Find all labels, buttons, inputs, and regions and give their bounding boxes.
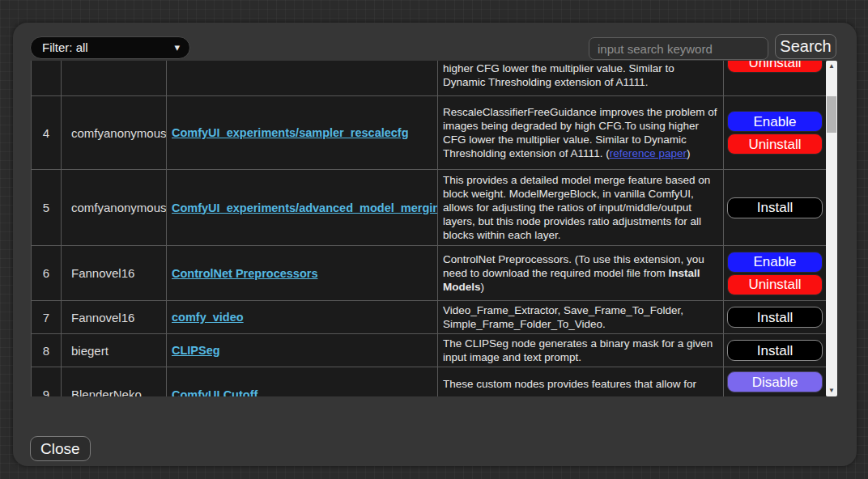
description-cell: The CLIPSeg node generates a binary mask…	[438, 334, 724, 367]
install-button[interactable]: Install	[727, 307, 823, 328]
title-cell: ControlNet Preprocessors	[167, 246, 438, 301]
row-number-cell: 6	[32, 246, 62, 301]
extension-link[interactable]: ComfyUI Cutoff	[172, 388, 257, 397]
enable-button[interactable]: Enable	[727, 111, 823, 132]
table-row: 7 Fannovel16 comfy_video Video_Frame_Ext…	[32, 301, 827, 334]
actions-cell: Enable Uninstall	[724, 246, 827, 301]
title-cell: ComfyUI Cutoff	[167, 367, 438, 397]
row-number-cell: 7	[32, 301, 62, 334]
extension-table-viewport: higher CFG lower the multiplier value. S…	[31, 61, 826, 396]
filter-dropdown-value: Filter: all	[42, 40, 88, 54]
author-cell	[62, 61, 167, 96]
description-text: These custom nodes provides features tha…	[443, 378, 696, 390]
reference-paper-link[interactable]: reference paper	[610, 147, 687, 159]
actions-cell: Enable Uninstall	[724, 96, 827, 170]
extension-link[interactable]: ControlNet Preprocessors	[172, 267, 318, 280]
extension-link[interactable]: CLIPSeg	[172, 344, 220, 357]
filter-dropdown[interactable]: Filter: all ▾	[30, 36, 190, 59]
uninstall-button[interactable]: Uninstall	[727, 134, 823, 155]
scrollbar-thumb[interactable]	[827, 96, 836, 133]
extension-manager-dialog: Filter: all ▾ Search higher CFG lower th…	[13, 23, 857, 466]
extension-link[interactable]: ComfyUI_experiments/sampler_rescalecfg	[172, 126, 409, 139]
enable-button[interactable]: Enable	[727, 252, 823, 273]
search-button[interactable]: Search	[775, 34, 836, 59]
extension-table: higher CFG lower the multiplier value. S…	[31, 61, 826, 396]
paren-close: )	[687, 147, 691, 159]
table-row: 6 Fannovel16 ControlNet Preprocessors Co…	[32, 246, 827, 301]
install-button[interactable]: Install	[727, 340, 823, 361]
description-cell: These custom nodes provides features tha…	[438, 367, 724, 397]
actions-cell: Install	[724, 301, 827, 334]
author-cell: Fannovel16	[62, 246, 167, 301]
scroll-up-icon[interactable]: ▲	[826, 61, 837, 72]
actions-cell: Install	[724, 170, 827, 246]
actions-cell: Disable	[724, 367, 827, 397]
description-text: The CLIPSeg node generates a binary mask…	[443, 337, 713, 363]
row-number-cell: 8	[32, 334, 62, 367]
row-number-cell: 5	[32, 170, 62, 246]
description-cell: RescaleClassifierFreeGuidance improves t…	[438, 96, 724, 170]
row-number-cell: 4	[32, 96, 62, 170]
author-cell: BlenderNeko	[62, 367, 167, 397]
uninstall-button[interactable]: Uninstall	[727, 61, 823, 73]
actions-cell: Install	[724, 334, 827, 367]
description-text: Video_Frame_Extractor, Save_Frame_To_Fol…	[443, 304, 683, 330]
search-input[interactable]	[589, 37, 768, 60]
chevron-down-icon: ▾	[174, 37, 180, 58]
description-cell: higher CFG lower the multiplier value. S…	[438, 61, 724, 96]
extension-link[interactable]: comfy_video	[172, 311, 244, 324]
table-row: 8 biegert CLIPSeg The CLIPSeg node gener…	[32, 334, 827, 367]
author-cell: biegert	[62, 334, 167, 367]
description-cell: Video_Frame_Extractor, Save_Frame_To_Fol…	[438, 301, 724, 334]
disable-button[interactable]: Disable	[727, 371, 823, 392]
table-row: 9 BlenderNeko ComfyUI Cutoff These custo…	[32, 367, 827, 397]
description-text: ControlNet Preprocessors. (To use this e…	[443, 253, 704, 279]
table-row: 4 comfyanonymous ComfyUI_experiments/sam…	[32, 96, 827, 170]
row-number-cell: 9	[32, 367, 62, 397]
description-cell: ControlNet Preprocessors. (To use this e…	[438, 246, 724, 301]
title-cell: ComfyUI_experiments/advanced_model_mergi…	[167, 170, 438, 246]
uninstall-button[interactable]: Uninstall	[727, 274, 823, 295]
extension-link[interactable]: ComfyUI_experiments/advanced_model_mergi…	[172, 201, 438, 214]
author-cell: Fannovel16	[62, 301, 167, 334]
description-text: This provides a detailed model merge fea…	[443, 174, 710, 241]
title-cell	[167, 61, 438, 96]
title-cell: comfy_video	[167, 301, 438, 334]
actions-cell: Uninstall	[724, 61, 827, 96]
scroll-down-icon[interactable]: ▼	[826, 385, 837, 396]
close-button[interactable]: Close	[30, 436, 91, 461]
table-row: 5 comfyanonymous ComfyUI_experiments/adv…	[32, 170, 827, 246]
table-scrollbar[interactable]: ▲ ▼	[826, 61, 837, 396]
row-number-cell	[32, 61, 62, 96]
author-cell: comfyanonymous	[62, 96, 167, 170]
table-row: higher CFG lower the multiplier value. S…	[32, 61, 827, 96]
install-button[interactable]: Install	[727, 197, 823, 218]
title-cell: CLIPSeg	[167, 334, 438, 367]
title-cell: ComfyUI_experiments/sampler_rescalecfg	[167, 96, 438, 170]
paren-close: )	[481, 281, 485, 293]
author-cell: comfyanonymous	[62, 170, 167, 246]
description-text: higher CFG lower the multiplier value. S…	[443, 62, 674, 88]
description-cell: This provides a detailed model merge fea…	[438, 170, 724, 246]
